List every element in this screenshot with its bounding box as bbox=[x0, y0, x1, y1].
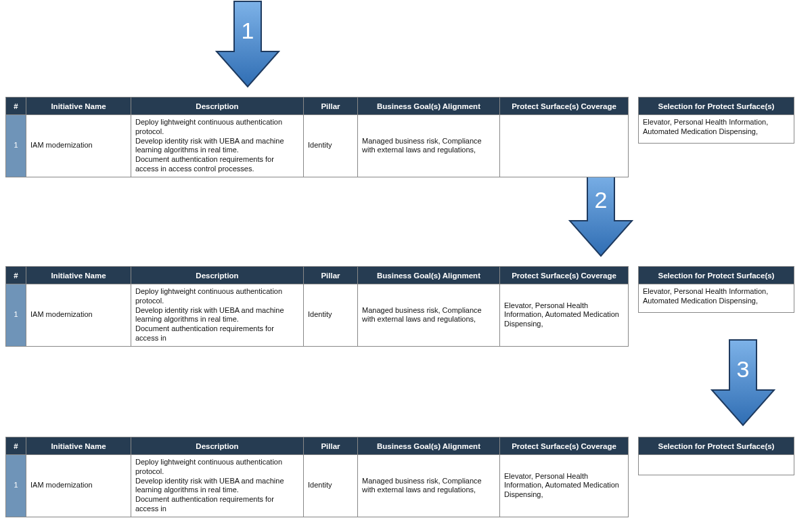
col-header-desc: Description bbox=[131, 437, 304, 455]
cell-description: Deploy lightweight continuous authentica… bbox=[131, 455, 304, 517]
cell-protect-coverage bbox=[500, 115, 629, 177]
cell-business-goals: Managed business risk, Compliance with e… bbox=[358, 455, 500, 517]
table-row: 1 IAM modernization Deploy lightweight c… bbox=[6, 455, 629, 517]
initiatives-table: # Initiative Name Description Pillar Bus… bbox=[5, 97, 629, 177]
col-header-num: # bbox=[6, 98, 26, 115]
initiatives-table: # Initiative Name Description Pillar Bus… bbox=[5, 437, 629, 517]
table-header-row: # Initiative Name Description Pillar Bus… bbox=[6, 98, 629, 115]
table-header-row: # Initiative Name Description Pillar Bus… bbox=[6, 437, 629, 455]
col-header-name: Initiative Name bbox=[26, 98, 131, 115]
col-header-num: # bbox=[6, 437, 26, 455]
arrow-down-icon bbox=[710, 339, 775, 427]
table-header-row: # Initiative Name Description Pillar Bus… bbox=[6, 267, 629, 284]
arrow-down-icon bbox=[568, 169, 633, 257]
col-header-goals: Business Goal(s) Alignment bbox=[358, 437, 500, 455]
col-header-pillar: Pillar bbox=[304, 437, 358, 455]
col-header-pillar: Pillar bbox=[304, 98, 358, 115]
step-arrow-3: 3 bbox=[710, 339, 775, 427]
step-arrow-1: 1 bbox=[215, 0, 280, 88]
col-header-selection: Selection for Protect Surface(s) bbox=[639, 267, 794, 284]
selection-table: Selection for Protect Surface(s) Elevato… bbox=[638, 266, 794, 313]
col-header-protect: Protect Surface(s) Coverage bbox=[500, 267, 629, 284]
step-number: 2 bbox=[568, 187, 633, 213]
table-row: 1 IAM modernization Deploy lightweight c… bbox=[6, 284, 629, 347]
cell-selection[interactable]: Elevator, Personal Health Information, A… bbox=[639, 284, 794, 313]
col-header-name: Initiative Name bbox=[26, 267, 131, 284]
cell-pillar: Identity bbox=[304, 284, 358, 347]
cell-selection[interactable] bbox=[639, 455, 794, 475]
step-3-pane: # Initiative Name Description Pillar Bus… bbox=[5, 437, 794, 517]
step-number: 3 bbox=[710, 356, 775, 383]
step-2-pane: # Initiative Name Description Pillar Bus… bbox=[5, 266, 794, 347]
cell-row-number: 1 bbox=[6, 284, 26, 347]
col-header-selection: Selection for Protect Surface(s) bbox=[639, 98, 794, 115]
step-number: 1 bbox=[215, 18, 280, 44]
col-header-protect: Protect Surface(s) Coverage bbox=[500, 437, 629, 455]
cell-business-goals: Managed business risk, Compliance with e… bbox=[358, 284, 500, 347]
cell-initiative-name: IAM modernization bbox=[26, 284, 131, 347]
col-header-selection: Selection for Protect Surface(s) bbox=[639, 437, 794, 455]
col-header-goals: Business Goal(s) Alignment bbox=[358, 98, 500, 115]
cell-initiative-name: IAM modernization bbox=[26, 115, 131, 177]
col-header-pillar: Pillar bbox=[304, 267, 358, 284]
cell-description: Deploy lightweight continuous authentica… bbox=[131, 284, 304, 347]
col-header-protect: Protect Surface(s) Coverage bbox=[500, 98, 629, 115]
cell-pillar: Identity bbox=[304, 455, 358, 517]
cell-business-goals: Managed business risk, Compliance with e… bbox=[358, 115, 500, 177]
table-row: 1 IAM modernization Deploy lightweight c… bbox=[6, 115, 629, 177]
cell-pillar: Identity bbox=[304, 115, 358, 177]
step-arrow-2: 2 bbox=[568, 169, 633, 257]
cell-description: Deploy lightweight continuous authentica… bbox=[131, 115, 304, 177]
col-header-desc: Description bbox=[131, 98, 304, 115]
col-header-name: Initiative Name bbox=[26, 437, 131, 455]
col-header-num: # bbox=[6, 267, 26, 284]
cell-row-number: 1 bbox=[6, 115, 26, 177]
arrow-down-icon bbox=[215, 0, 280, 88]
initiatives-table: # Initiative Name Description Pillar Bus… bbox=[5, 266, 629, 347]
cell-initiative-name: IAM modernization bbox=[26, 455, 131, 517]
col-header-desc: Description bbox=[131, 267, 304, 284]
step-1-pane: # Initiative Name Description Pillar Bus… bbox=[5, 97, 794, 177]
diagram-canvas: 1 2 3 bbox=[0, 0, 812, 518]
cell-protect-coverage: Elevator, Personal Health Information, A… bbox=[500, 455, 629, 517]
cell-row-number: 1 bbox=[6, 455, 26, 517]
selection-table: Selection for Protect Surface(s) Elevato… bbox=[638, 97, 794, 144]
col-header-goals: Business Goal(s) Alignment bbox=[358, 267, 500, 284]
cell-selection[interactable]: Elevator, Personal Health Information, A… bbox=[639, 115, 794, 144]
cell-protect-coverage: Elevator, Personal Health Information, A… bbox=[500, 284, 629, 347]
selection-table: Selection for Protect Surface(s) bbox=[638, 437, 794, 475]
